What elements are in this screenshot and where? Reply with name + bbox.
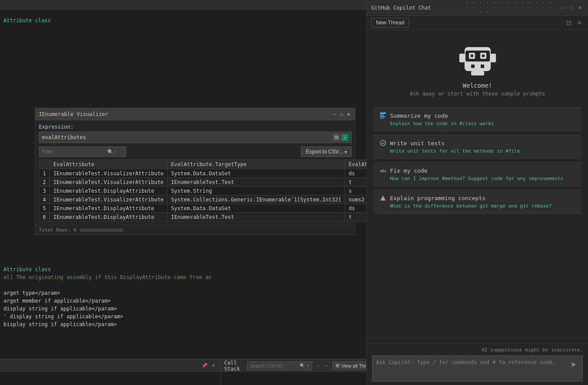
close-panel-button[interactable]: ✕ [210,362,217,369]
left-panel: Attribute class Attribute class al] The … [0,0,366,385]
svg-rect-10 [471,71,484,75]
table-row[interactable]: 2 IEnumerableTest.VisualizerAttribute IE… [39,178,367,187]
svg-rect-14 [380,118,383,119]
fix-code-title: Fix my code [390,167,427,174]
svg-rect-5 [482,55,485,57]
suggestion-header: Summarize my code [379,112,575,119]
panel-tab-actions: 📌 ✕ [201,362,217,369]
code-bottom: Attribute class al] The originating asse… [0,262,366,358]
cell-col3: nums2 [345,195,366,204]
copilot-logo [456,38,499,82]
table-row[interactable]: 3 IEnumerableTest.DisplayAttribute Syste… [39,187,367,195]
copilot-toolbar: New Thread ⊡ ≡ [367,16,588,30]
cell-col2: System.Data.DataSet [168,204,345,213]
svg-rect-6 [471,65,475,68]
dropdown-icon[interactable]: ▾ [113,150,116,154]
row-number: 4 [39,195,50,204]
code-text: arget member if applicable</param> [3,298,111,304]
view-all-threads-button[interactable]: ⊞ View all Threads [332,361,366,370]
code-line: Attribute class [0,17,366,24]
row-number: 6 [39,213,50,221]
code-line [0,281,366,289]
table-row[interactable]: 1 IEnumerableTest.VisualizerAttribute Sy… [39,169,367,178]
svg-rect-12 [380,115,384,116]
copilot-title-buttons: ─ □ ✕ [559,4,584,11]
fix-code-icon: abc [379,167,386,174]
cell-col3: ds [345,169,366,178]
expression-value: evalAttributes [42,134,86,140]
copilot-minimize-button[interactable]: ─ [559,4,566,11]
table-header-rownum [39,160,50,169]
table-row[interactable]: 4 IEnumerableTest.VisualizerAttribute Sy… [39,195,367,204]
expression-input[interactable]: evalAttributes ⧉ ✓ [39,132,352,143]
forward-button[interactable]: → [323,363,330,369]
suggestion-card-fix-code[interactable]: abc Fix my code How can I improve #metho… [374,162,581,186]
code-line: bisplay string if applicable</param> [0,320,366,328]
svg-marker-17 [380,195,386,201]
suggestion-card-unit-tests[interactable]: Write unit tests Write unit tests for al… [374,135,581,159]
row-number: 5 [39,204,50,213]
svg-rect-4 [471,55,473,57]
table-row[interactable]: 5 IEnumerableTest.DisplayAttribute Syste… [39,204,367,213]
code-line: arget member if applicable</param> [0,297,366,305]
expression-label: Expression: [39,124,352,130]
callstack-toolbar: 🔍 ▾ ← → ⊞ View all Threads ⊡ Show Extern… [247,361,366,370]
new-thread-button[interactable]: New Thread [371,18,409,27]
copilot-input-area: AI suggestions might be inaccurate. Ask … [367,343,588,385]
filter-input-wrap[interactable]: 🔍 ▾ [39,147,126,157]
filter-bar: 🔍 ▾ Export to CSV... [39,147,352,157]
code-line: Attribute class [0,266,366,273]
cell-col3: ds [345,204,366,213]
summarize-desc: Explain how the code in #class works [379,121,575,126]
copilot-close-button[interactable]: ✕ [577,4,584,11]
chat-icon-button[interactable]: ⊡ [564,18,573,27]
copilot-input-box[interactable]: Ask Copilot: Type / for commands and # t… [372,355,583,382]
callstack-search-input[interactable] [250,363,298,368]
copy-icon[interactable]: ⧉ [333,134,340,141]
callstack-search[interactable]: 🔍 ▾ [247,361,312,370]
copilot-restore-button[interactable]: □ [568,4,575,11]
callstack-title: Call Stack [224,360,240,372]
settings-icon-button[interactable]: ≡ [575,18,584,27]
svg-rect-8 [459,54,465,62]
copilot-welcome-subtitle: Ask away or start with these sample prom… [410,91,545,97]
unit-tests-desc: Write unit tests for all the methods in … [379,148,575,154]
confirm-icon[interactable]: ✓ [342,134,349,141]
code-line: ' display string if applicable</param> [0,313,366,320]
table-row[interactable]: 6 IEnumerableTest.DisplayAttribute IEnum… [39,213,367,221]
suggestion-card-summarize[interactable]: Summarize my code Explain how the code i… [374,107,581,131]
bottom-left-panel: 📌 ✕ [0,359,220,385]
copilot-send-button[interactable] [568,359,579,370]
data-table: EvalAttribute EvalAttribute.TargetType E… [39,160,366,221]
footer-progress [80,228,123,232]
visualizer-titlebar[interactable]: IEnumerable Visualizer ─ □ ✕ [35,108,355,120]
copilot-title-dots: · · · · · · · · · · · · · · · · · · · · … [465,0,556,15]
explain-title: Explain programming concepts [390,195,485,201]
restore-button[interactable]: □ [338,111,345,117]
suggestion-card-explain[interactable]: Explain programming concepts What is the… [374,190,581,214]
minimize-button[interactable]: ─ [332,111,338,117]
visualizer-content: Expression: evalAttributes ⧉ ✓ 🔍 ▾ Expor… [35,120,355,225]
title-controls: ─ □ ✕ [332,111,352,117]
close-button[interactable]: ✕ [345,111,352,117]
expression-icons: ⧉ ✓ [333,134,349,141]
code-line [0,24,366,32]
pin-button[interactable]: 📌 [201,362,208,369]
code-text: arget type</param> [3,290,60,296]
svg-rect-13 [380,116,385,117]
copilot-input-placeholder: Ask Copilot: Type / for commands and # t… [376,359,568,365]
export-csv-button[interactable]: Export to CSV... [301,147,352,157]
copilot-welcome-title: Welcome! [463,82,492,89]
copilot-toolbar-icons: ⊡ ≡ [564,18,584,27]
cell-col2: IEnumerableTest.Test [168,178,345,187]
filter-input[interactable] [42,149,107,155]
fix-code-desc: How can I improve #method? Suggest code … [379,176,575,181]
dropdown-icon[interactable]: ▾ [307,363,309,368]
back-button[interactable]: ← [315,363,322,369]
ai-warning: AI suggestions might be inaccurate. [372,347,583,353]
callstack-header: Call Stack 🔍 ▾ ← → ⊞ View all Threads ⊡ [221,360,366,372]
visualizer-title: IEnumerable Visualizer [39,111,108,117]
panel-tab-bar: 📌 ✕ [0,360,220,372]
callstack-panel: Call Stack 🔍 ▾ ← → ⊞ View all Threads ⊡ [220,359,366,385]
visualizer-window: IEnumerable Visualizer ─ □ ✕ Expression:… [35,108,356,235]
